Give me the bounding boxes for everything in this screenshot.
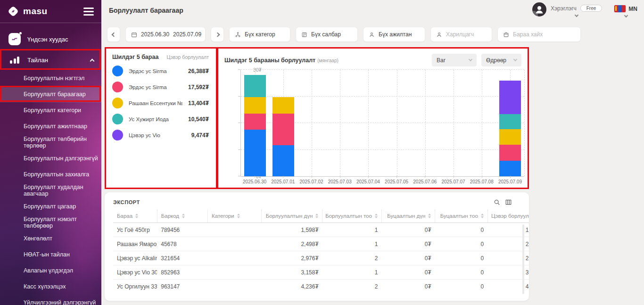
sidebar-item-8[interactable]: Борлуулалтын захиалга bbox=[0, 166, 101, 182]
sidebar-item-11[interactable]: Борлуулалт нэмэлт төлбөрөөр bbox=[0, 214, 101, 231]
sidebar-item-15[interactable]: Касс хүлээлцэх bbox=[0, 279, 101, 295]
category-icon bbox=[235, 32, 241, 38]
sidebar-item-2[interactable]: Борлуулалтын нэгтгэл bbox=[0, 70, 101, 86]
mongolia-flag-icon bbox=[614, 5, 626, 12]
sidebar-item-label: Борлуулалт худалдан авагчаар bbox=[24, 184, 101, 197]
sidebar-item-13[interactable]: НӨАТ-ын тайлан bbox=[0, 247, 101, 263]
menu-toggle-icon[interactable] bbox=[83, 8, 94, 16]
chevron-down-icon bbox=[469, 58, 472, 61]
sort-carets-icon bbox=[182, 214, 185, 218]
x-tick-label: 2025.07.01 bbox=[269, 179, 297, 187]
plan-badge: Free bbox=[580, 5, 603, 12]
column-header-7[interactable]: Цэвэр борлуулалт bbox=[487, 209, 529, 223]
column-header-label: Буцаалтын тоо bbox=[440, 213, 478, 219]
column-header-6[interactable]: Буцаалтын тоо bbox=[435, 209, 487, 223]
top5-item: Цэвэр ус Vio9,474₮ bbox=[112, 130, 209, 140]
table-cell: 2,976₮ bbox=[261, 251, 322, 265]
table-cell: 963147 bbox=[157, 280, 207, 294]
sort-carets-icon bbox=[135, 214, 138, 218]
staff-filter-value: Бүх ажилтан bbox=[379, 31, 412, 38]
export-button[interactable]: ЭКСПОРТ bbox=[113, 199, 140, 205]
legend-dot bbox=[112, 66, 123, 76]
chart-plot: 0₮8₮15₮23₮30₮ bbox=[240, 70, 524, 176]
chart-type-select[interactable]: Bar bbox=[432, 54, 477, 66]
gridline-v bbox=[524, 70, 525, 176]
table-cell: 4,236₮ bbox=[261, 280, 322, 294]
sidebar-item-16[interactable]: Үйлчилгээний дэлгэрэнгүй bbox=[0, 295, 101, 305]
column-header-label: Категори bbox=[212, 213, 234, 219]
gridline-v bbox=[425, 70, 426, 176]
table-card: ЭКСПОРТ БарааБаркодКатегориБорлуулалтын … bbox=[105, 192, 529, 301]
content: Шилдэг 5 бараа Цэвэр борлуулалт Эрдэс ус… bbox=[105, 47, 529, 301]
chevron-left-icon bbox=[111, 32, 116, 37]
staff-filter[interactable]: Бүх ажилтан bbox=[363, 27, 425, 41]
sidebar-item-1[interactable]: Тайлан bbox=[0, 49, 101, 70]
column-header-1[interactable]: Баркод bbox=[157, 209, 207, 223]
sidebar-item-label: Борлуулалтын захиалга bbox=[24, 171, 89, 178]
y-tick bbox=[238, 176, 240, 176]
top5-value-header: Цэвэр борлуулалт bbox=[167, 54, 209, 60]
sidebar-item-12[interactable]: Хөнгөлөлт bbox=[0, 231, 101, 247]
avatar bbox=[532, 2, 546, 16]
column-header-5[interactable]: Буцаалтын дүн bbox=[381, 209, 435, 223]
bar-segment bbox=[499, 81, 521, 115]
category-filter[interactable]: Бүх категор bbox=[230, 27, 290, 41]
gridline-v bbox=[397, 70, 397, 176]
x-tick-label: 2025.07.04 bbox=[354, 179, 382, 187]
branch-filter[interactable]: Бүх салбар bbox=[296, 27, 357, 41]
sidebar-item-label: Борлуулалт цагаар bbox=[24, 203, 76, 210]
chevron-up-icon bbox=[90, 58, 95, 63]
sidebar-item-14[interactable]: Авлагын үлдэгдэл bbox=[0, 263, 101, 279]
date-range-picker[interactable]: 2025.06.30 2025.07.09 bbox=[126, 27, 205, 41]
bar-segment bbox=[272, 97, 294, 114]
sidebar-item-0[interactable]: Үндсэн хуудас bbox=[0, 29, 101, 49]
column-header-2[interactable]: Категори bbox=[208, 209, 261, 223]
date-prev-button[interactable] bbox=[107, 27, 120, 41]
sidebar-nav: Үндсэн хуудасТайланБорлуулалтын нэгтгэлБ… bbox=[0, 23, 101, 305]
bar-segment bbox=[244, 75, 266, 97]
table-row: Рашаан Ямаровка...456782,498₮10₮02,498₮ bbox=[113, 237, 529, 251]
chevron-down-icon bbox=[513, 58, 517, 61]
bar-segment bbox=[244, 130, 266, 176]
table-cell: 1 bbox=[322, 237, 382, 251]
date-next-button[interactable] bbox=[211, 27, 223, 41]
language-label: MN bbox=[628, 6, 637, 12]
table-cell: 2,498₮ bbox=[261, 237, 322, 251]
table-scrollbar[interactable] bbox=[522, 224, 524, 294]
chart-period-select[interactable]: Өдрөөр bbox=[481, 54, 521, 66]
sidebar-item-7[interactable]: Борлуулалтын дэлгэрэнгүй bbox=[0, 150, 101, 166]
sort-carets-icon bbox=[315, 214, 318, 218]
masu-logo-icon bbox=[7, 5, 20, 18]
search-icon[interactable] bbox=[494, 199, 500, 206]
column-header-3[interactable]: Борлуулалтын дүн bbox=[261, 209, 322, 223]
product-filter[interactable] bbox=[498, 27, 580, 41]
gridline-v bbox=[340, 70, 340, 176]
sidebar-item-9[interactable]: Борлуулалт худалдан авагчаар bbox=[0, 182, 101, 198]
sidebar-item-6[interactable]: Борлуулалт төлбөрийн төрлөөр bbox=[0, 134, 101, 150]
top5-card: Шилдэг 5 бараа Цэвэр борлуулалт Эрдэс ус… bbox=[105, 47, 217, 189]
sidebar-item-5[interactable]: Борлуулалт ажилтнаар bbox=[0, 118, 101, 134]
table-cell: 0 bbox=[435, 280, 487, 294]
language-menu[interactable]: MN bbox=[614, 2, 637, 18]
top5-item: Ус Хужирт Иода10,540₮ bbox=[112, 114, 209, 124]
sidebar-item-10[interactable]: Борлуулалт цагаар bbox=[0, 198, 101, 214]
top5-list: Эрдэс ус Sirma26,388₮Эрдэс ус Sirma17,59… bbox=[112, 66, 209, 140]
sidebar-item-3[interactable]: Борлуулалт бараагаар bbox=[0, 86, 101, 102]
customer-search-input[interactable] bbox=[446, 31, 487, 38]
column-header-4[interactable]: Борлуулалтын тоо bbox=[322, 209, 382, 223]
table-cell: 1,598₮ bbox=[261, 223, 322, 237]
product-search-input[interactable] bbox=[513, 31, 575, 38]
table-header-row: БарааБаркодКатегориБорлуулалтын дүнБорлу… bbox=[113, 209, 529, 223]
table-cell: 0₮ bbox=[381, 265, 435, 280]
column-header-0[interactable]: Бараа bbox=[113, 209, 157, 223]
sidebar-item-4[interactable]: Борлуулалт категори bbox=[0, 102, 101, 118]
top5-item-name: Эрдэс ус Sirma bbox=[129, 84, 182, 90]
sidebar-item-label: Борлуулалтын дэлгэрэнгүй bbox=[24, 155, 98, 162]
x-tick-label: 2025.07.03 bbox=[326, 179, 354, 187]
person-icon bbox=[436, 32, 442, 38]
customer-filter[interactable] bbox=[431, 27, 492, 41]
user-menu[interactable]: Хэрэглэгч Free bbox=[532, 2, 602, 18]
bar-segment bbox=[499, 129, 521, 145]
columns-icon[interactable] bbox=[505, 199, 512, 206]
sidebar-item-label: Касс хүлээлцэх bbox=[24, 283, 66, 290]
